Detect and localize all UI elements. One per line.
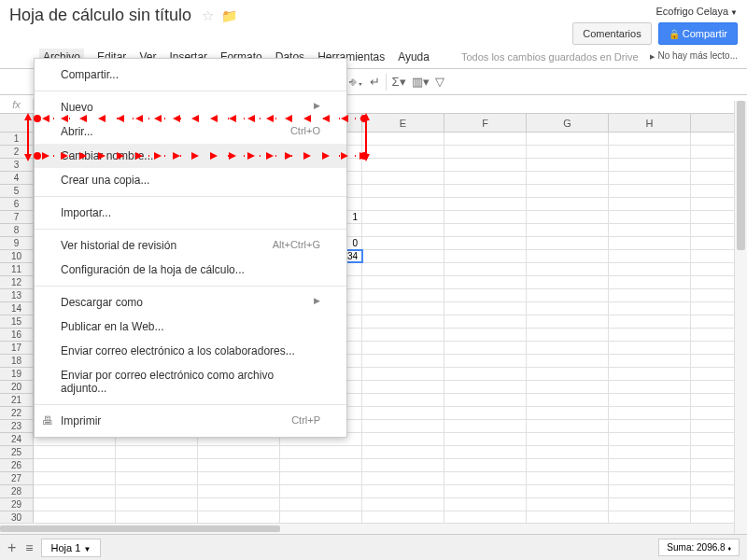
cell[interactable] (444, 250, 527, 262)
cell[interactable] (362, 289, 444, 301)
menu-item-crear-una-copia-[interactable]: Crear una copia... (35, 168, 346, 192)
cell[interactable] (280, 485, 362, 497)
cell[interactable] (609, 485, 691, 497)
menu-item-descargar-como[interactable]: Descargar como▶ (35, 290, 346, 315)
cell[interactable] (527, 498, 609, 511)
cell[interactable] (609, 329, 691, 341)
cell[interactable] (527, 329, 609, 341)
cell[interactable] (362, 355, 444, 367)
cell[interactable] (362, 185, 444, 197)
cell[interactable] (444, 355, 527, 367)
cell[interactable] (362, 472, 444, 484)
cell[interactable] (362, 172, 444, 184)
cell[interactable] (444, 198, 527, 210)
cell[interactable] (527, 198, 609, 210)
menu-item-nuevo[interactable]: Nuevo▶ (35, 95, 346, 119)
cell[interactable] (527, 172, 609, 184)
doc-title[interactable]: Hoja de cálculo sin título (9, 6, 191, 25)
cell[interactable] (444, 315, 527, 328)
row-header[interactable]: 12 (0, 276, 33, 289)
row-header[interactable]: 18 (0, 355, 33, 368)
filter-icon[interactable]: ▽ (435, 75, 444, 89)
cell[interactable] (609, 276, 691, 288)
cell[interactable] (527, 133, 609, 145)
cell[interactable] (280, 459, 362, 471)
cell[interactable] (116, 459, 198, 471)
row-header[interactable]: 17 (0, 342, 33, 355)
cell[interactable] (362, 329, 444, 341)
cell[interactable] (280, 472, 362, 484)
row-header[interactable]: 13 (0, 289, 33, 302)
cell[interactable] (34, 446, 116, 458)
cell[interactable] (527, 315, 609, 328)
cell[interactable] (527, 355, 609, 367)
menu-item-imprimir[interactable]: 🖶ImprimirCtrl+P (35, 409, 346, 433)
cell[interactable] (527, 250, 609, 262)
row-header[interactable]: 21 (0, 394, 33, 407)
cell[interactable] (362, 342, 444, 354)
select-all-corner[interactable] (0, 114, 34, 133)
cell[interactable] (444, 172, 527, 184)
cell[interactable] (444, 433, 527, 445)
cell[interactable] (362, 276, 444, 288)
cell[interactable] (280, 498, 362, 511)
cell[interactable] (527, 446, 609, 458)
cell[interactable] (527, 146, 609, 158)
row-header[interactable]: 28 (0, 485, 33, 498)
cell[interactable] (527, 368, 609, 380)
menu-item-cambiar-nombre-[interactable]: Cambiar nombre... (35, 144, 346, 168)
cell[interactable] (527, 289, 609, 301)
cell[interactable] (198, 446, 280, 458)
cell[interactable] (527, 185, 609, 197)
row-header[interactable]: 5 (0, 185, 33, 198)
cell[interactable] (34, 472, 116, 484)
menu-item-publicar-en-la-web-[interactable]: Publicar en la Web... (35, 315, 346, 339)
cell[interactable] (444, 407, 527, 419)
cell[interactable] (198, 459, 280, 471)
cell[interactable] (609, 211, 691, 223)
cell[interactable] (362, 133, 444, 145)
menu-ayuda[interactable]: Ayuda (398, 50, 430, 63)
menu-item-compartir-[interactable]: Compartir... (35, 63, 346, 87)
cell[interactable] (609, 446, 691, 458)
comments-button[interactable]: Comentarios (572, 22, 651, 45)
menu-item-importar-[interactable]: Importar... (35, 201, 346, 225)
cell[interactable] (527, 394, 609, 406)
cell[interactable] (444, 498, 527, 511)
col-header[interactable]: H (609, 114, 691, 132)
cell[interactable] (34, 485, 116, 497)
cell[interactable] (444, 276, 527, 288)
cell[interactable] (609, 472, 691, 484)
cell[interactable] (609, 289, 691, 301)
cell[interactable] (444, 302, 527, 315)
merge-icon[interactable]: ⎆▾ (349, 75, 364, 89)
cell[interactable] (609, 498, 691, 511)
cell[interactable] (444, 342, 527, 354)
cell[interactable] (609, 433, 691, 445)
row-header[interactable]: 27 (0, 472, 33, 485)
cell[interactable] (609, 250, 691, 262)
cell[interactable] (444, 159, 527, 171)
cell[interactable] (444, 381, 527, 393)
cell[interactable] (444, 446, 527, 458)
cell[interactable] (609, 224, 691, 236)
row-header[interactable]: 2 (0, 146, 33, 159)
folder-icon[interactable]: 📁 (221, 8, 237, 23)
cell[interactable] (609, 420, 691, 432)
cell[interactable] (609, 159, 691, 171)
cell[interactable] (609, 355, 691, 367)
share-button[interactable]: 🔒Compartir (658, 22, 738, 45)
cell[interactable] (362, 485, 444, 497)
row-header[interactable]: 20 (0, 381, 33, 394)
row-header[interactable]: 22 (0, 407, 33, 420)
cell[interactable] (362, 459, 444, 471)
row-header[interactable]: 23 (0, 420, 33, 433)
row-header[interactable]: 15 (0, 315, 33, 329)
add-sheet-button[interactable]: + (7, 539, 16, 556)
cell[interactable] (609, 342, 691, 354)
cell[interactable] (34, 459, 116, 471)
cell[interactable] (527, 472, 609, 484)
cell[interactable] (362, 198, 444, 210)
col-header[interactable]: E (362, 114, 444, 132)
sheet-tab[interactable]: Hoja 1 ▼ (41, 539, 102, 557)
